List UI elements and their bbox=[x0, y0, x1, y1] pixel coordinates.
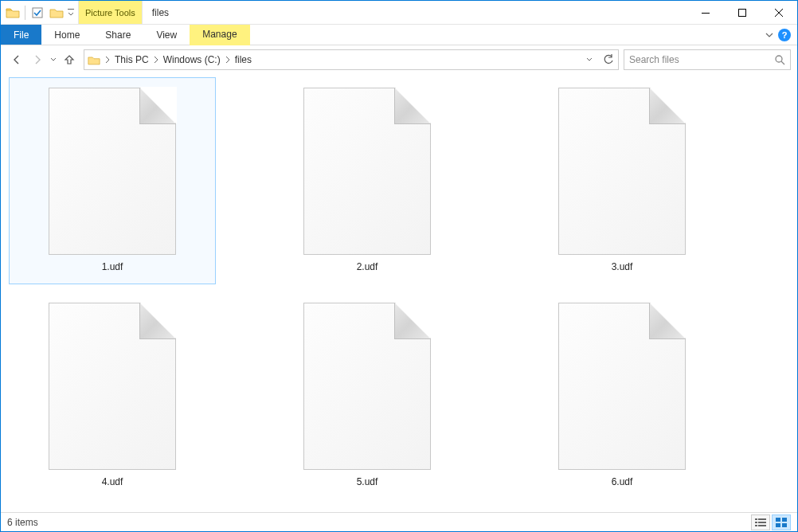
file-thumbnail bbox=[303, 88, 431, 255]
window-title: files bbox=[143, 1, 169, 24]
file-thumbnail bbox=[558, 303, 686, 470]
breadcrumb-arrow-icon[interactable] bbox=[224, 56, 232, 64]
up-button[interactable] bbox=[60, 50, 79, 69]
breadcrumb-item[interactable]: Windows (C:) bbox=[160, 54, 224, 65]
file-item[interactable]: 2.udf bbox=[264, 77, 471, 284]
navigation-bar: This PC Windows (C:) files bbox=[1, 45, 797, 74]
svg-rect-5 bbox=[755, 518, 757, 520]
svg-rect-1 bbox=[68, 9, 74, 10]
svg-point-4 bbox=[776, 56, 782, 62]
file-tab[interactable]: File bbox=[1, 25, 41, 45]
search-icon[interactable] bbox=[774, 54, 785, 65]
breadcrumb-item[interactable]: files bbox=[232, 54, 255, 65]
breadcrumb-item[interactable]: This PC bbox=[111, 54, 152, 65]
file-item[interactable]: 4.udf bbox=[9, 292, 216, 499]
close-button[interactable] bbox=[761, 1, 797, 24]
address-folder-icon bbox=[84, 55, 104, 65]
refresh-icon[interactable] bbox=[599, 50, 618, 69]
search-box[interactable] bbox=[624, 49, 791, 70]
svg-rect-9 bbox=[755, 525, 757, 526]
svg-rect-13 bbox=[776, 523, 780, 527]
tab-view[interactable]: View bbox=[143, 25, 190, 45]
svg-rect-12 bbox=[782, 518, 787, 522]
folder-icon bbox=[4, 4, 22, 22]
file-name-label: 5.udf bbox=[357, 476, 378, 487]
maximize-button[interactable] bbox=[724, 1, 761, 24]
file-thumbnail bbox=[49, 303, 176, 470]
quick-access-toolbar bbox=[1, 1, 78, 24]
tab-manage[interactable]: Manage bbox=[190, 25, 249, 45]
file-thumbnail bbox=[49, 88, 176, 255]
address-dropdown-icon[interactable] bbox=[580, 50, 599, 69]
svg-rect-7 bbox=[755, 522, 757, 523]
details-view-button[interactable] bbox=[751, 514, 770, 530]
qat-dropdown[interactable] bbox=[67, 7, 75, 18]
file-view[interactable]: 1.udf2.udf3.udf4.udf5.udf6.udf bbox=[1, 74, 797, 512]
file-name-label: 2.udf bbox=[357, 261, 378, 272]
back-button[interactable] bbox=[7, 50, 26, 69]
svg-rect-3 bbox=[739, 9, 746, 16]
file-name-label: 3.udf bbox=[612, 261, 633, 272]
breadcrumb-arrow-icon[interactable] bbox=[104, 56, 111, 64]
svg-rect-10 bbox=[758, 525, 766, 526]
tab-home[interactable]: Home bbox=[41, 25, 92, 45]
help-icon[interactable]: ? bbox=[778, 29, 791, 41]
recent-locations-dropdown[interactable] bbox=[49, 57, 58, 63]
minimize-button[interactable] bbox=[687, 1, 724, 24]
breadcrumb-arrow-icon[interactable] bbox=[152, 56, 160, 64]
svg-rect-14 bbox=[782, 523, 787, 527]
search-input[interactable] bbox=[629, 54, 774, 65]
contextual-tab-label: Picture Tools bbox=[85, 8, 135, 18]
tab-share[interactable]: Share bbox=[92, 25, 143, 45]
window-controls bbox=[687, 1, 797, 24]
status-bar: 6 items bbox=[1, 512, 797, 531]
svg-rect-6 bbox=[758, 518, 766, 520]
title-bar: Picture Tools files bbox=[1, 1, 797, 25]
file-name-label: 1.udf bbox=[102, 261, 123, 272]
properties-icon[interactable] bbox=[29, 4, 46, 22]
file-item[interactable]: 1.udf bbox=[9, 77, 216, 284]
svg-rect-8 bbox=[758, 522, 766, 523]
file-thumbnail bbox=[303, 303, 431, 470]
ribbon-expand-icon[interactable] bbox=[765, 31, 773, 39]
file-name-label: 6.udf bbox=[612, 476, 633, 487]
file-name-label: 4.udf bbox=[102, 476, 123, 487]
file-item[interactable]: 5.udf bbox=[264, 292, 471, 499]
thumbnails-view-button[interactable] bbox=[772, 514, 791, 530]
separator bbox=[25, 6, 25, 20]
address-bar[interactable]: This PC Windows (C:) files bbox=[84, 49, 619, 70]
file-item[interactable]: 3.udf bbox=[518, 77, 726, 284]
new-folder-icon[interactable] bbox=[48, 4, 65, 22]
file-item[interactable]: 6.udf bbox=[518, 292, 726, 499]
svg-rect-11 bbox=[776, 518, 780, 522]
status-item-count: 6 items bbox=[7, 517, 38, 528]
file-thumbnail bbox=[558, 88, 686, 255]
contextual-tab-header: Picture Tools bbox=[78, 1, 143, 24]
forward-button[interactable] bbox=[28, 50, 47, 69]
svg-rect-0 bbox=[33, 8, 42, 18]
ribbon: File Home Share View Manage ? bbox=[1, 25, 797, 45]
svg-rect-2 bbox=[702, 13, 710, 14]
